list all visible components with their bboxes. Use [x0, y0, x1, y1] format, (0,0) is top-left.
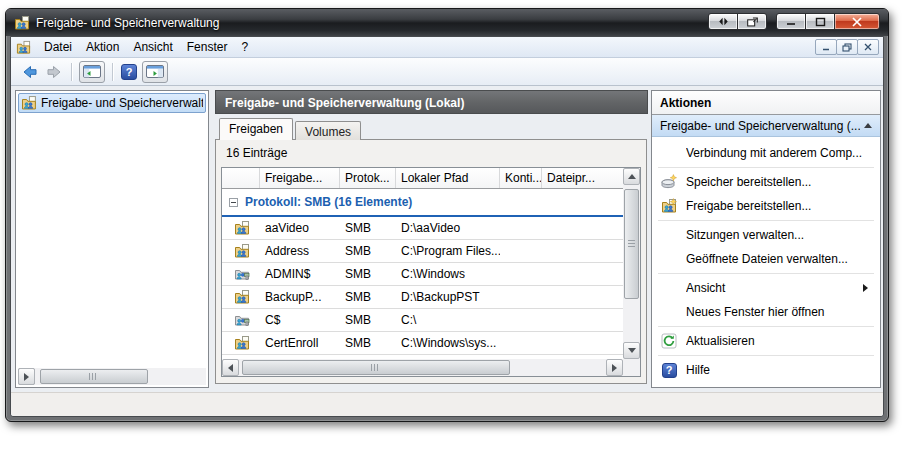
menu-fenster[interactable]: Fenster — [180, 37, 235, 58]
share-provision-icon — [661, 198, 677, 214]
minimize-icon — [786, 17, 796, 26]
titlebar[interactable]: Freigabe- und Speicherverwaltung — [6, 9, 888, 36]
admin-share-icon — [234, 266, 250, 282]
scrollbar-thumb[interactable] — [242, 360, 510, 375]
table-row[interactable]: Address SMB C:\Program Files... — [222, 240, 623, 263]
action-connect-other-computer[interactable]: Verbindung mit anderem Comp... — [652, 141, 880, 165]
minimize-button[interactable] — [776, 13, 806, 30]
tree-item-label: Freigabe- und Speicherverwalt — [41, 96, 203, 110]
entry-count: 16 Einträge — [216, 140, 646, 160]
tab-volumes[interactable]: Volumes — [295, 121, 361, 140]
actions-separator — [658, 355, 874, 356]
menu-help[interactable]: ? — [234, 37, 255, 58]
scrollbar-corner — [623, 359, 640, 376]
submenu-arrow-icon — [863, 284, 868, 292]
shares-list: Freigabe... Protok... Lokaler Pfad Konti… — [221, 167, 641, 377]
column-protokoll[interactable]: Protok... — [340, 168, 396, 188]
actions-separator — [658, 273, 874, 274]
list-vertical-scrollbar[interactable] — [623, 168, 640, 359]
toolbar-separator — [71, 63, 72, 81]
share-folder-icon — [234, 243, 250, 259]
actions-pane-title: Aktionen — [652, 91, 880, 115]
action-new-window[interactable]: Neues Fenster hier öffnen — [652, 300, 880, 324]
child-restore-button[interactable] — [836, 39, 858, 55]
table-row[interactable]: CertEnroll SMB C:\Windows\sys... — [222, 332, 623, 355]
forward-arrow-icon — [45, 64, 63, 80]
console-tree-icon — [83, 64, 101, 79]
action-provision-storage[interactable]: Speicher bereitstellen... — [652, 170, 880, 194]
help-icon: ? — [121, 64, 137, 80]
window-arrows-button[interactable] — [708, 13, 738, 30]
table-row[interactable]: aaVideo SMB D:\aaVideo — [222, 217, 623, 240]
action-manage-open-files[interactable]: Geöffnete Dateien verwalten... — [652, 247, 880, 271]
menu-datei[interactable]: Datei — [37, 37, 79, 58]
child-window-controls — [816, 39, 879, 55]
action-ansicht[interactable]: Ansicht — [652, 276, 880, 300]
actions-separator — [658, 326, 874, 327]
scroll-up-button[interactable] — [623, 168, 640, 185]
status-bar — [11, 392, 883, 416]
menu-aktion[interactable]: Aktion — [79, 37, 126, 58]
column-icon[interactable] — [222, 168, 260, 188]
collapse-arrow-icon[interactable] — [864, 123, 872, 128]
close-button[interactable] — [834, 13, 880, 30]
menu-ansicht[interactable]: Ansicht — [126, 37, 179, 58]
scroll-down-button[interactable] — [623, 342, 640, 359]
close-icon — [864, 43, 872, 51]
scroll-left-button[interactable] — [222, 359, 239, 376]
scroll-right-button[interactable] — [606, 359, 623, 376]
window-popout-icon — [745, 15, 760, 29]
column-headers: Freigabe... Protok... Lokaler Pfad Konti… — [222, 168, 640, 189]
caption-buttons — [699, 13, 880, 30]
left-right-arrows-icon — [717, 16, 730, 27]
scrollbar-thumb[interactable] — [40, 369, 148, 384]
action-manage-sessions[interactable]: Sitzungen verwalten... — [652, 223, 880, 247]
table-row[interactable]: ADMIN$ SMB C:\Windows — [222, 263, 623, 286]
help-button[interactable]: ? — [121, 64, 137, 80]
tab-freigaben[interactable]: Freigaben — [219, 118, 293, 140]
scrollbar-thumb[interactable] — [624, 189, 639, 299]
console-tree-pane: Freigabe- und Speicherverwalt — [15, 90, 209, 388]
toolbar-separator — [112, 63, 113, 81]
child-minimize-button[interactable] — [815, 39, 837, 55]
console-icon — [16, 40, 31, 55]
tree-item-share-management[interactable]: Freigabe- und Speicherverwalt — [18, 93, 206, 113]
show-console-tree-button[interactable] — [79, 61, 105, 83]
scroll-right-button[interactable] — [18, 368, 35, 385]
share-folder-icon — [234, 289, 250, 305]
column-kontingent[interactable]: Konti... — [500, 168, 542, 188]
table-row[interactable]: C$ SMB C:\ — [222, 309, 623, 332]
window-content: Datei Aktion Ansicht Fenster ? — [10, 36, 884, 417]
column-lokaler-pfad[interactable]: Lokaler Pfad — [396, 168, 500, 188]
main-area: Freigabe- und Speicherverwalt Freigabe- … — [11, 86, 883, 392]
tree-horizontal-scrollbar[interactable] — [18, 368, 206, 385]
action-provision-share[interactable]: Freigabe bereitstellen... — [652, 194, 880, 218]
group-header-smb[interactable]: Protokoll: SMB (16 Elemente) — [222, 189, 640, 215]
tab-page: 16 Einträge Freigabe... Protok... Lokale… — [215, 139, 647, 384]
share-management-icon — [14, 15, 30, 31]
minimize-icon — [822, 43, 830, 51]
actions-separator — [658, 220, 874, 221]
action-pane-icon — [146, 64, 164, 79]
collapse-icon[interactable] — [229, 198, 238, 207]
column-freigabe[interactable]: Freigabe... — [260, 168, 340, 188]
back-button[interactable] — [21, 64, 39, 80]
table-row[interactable]: BackupP... SMB D:\BackupPST — [222, 286, 623, 309]
menubar: Datei Aktion Ansicht Fenster ? — [11, 37, 883, 58]
list-horizontal-scrollbar[interactable] — [222, 359, 623, 376]
forward-button[interactable] — [45, 64, 63, 80]
help-icon: ? — [662, 363, 677, 378]
actions-section-header[interactable]: Freigabe- und Speicherverwaltung (... — [652, 115, 880, 137]
show-action-pane-button[interactable] — [142, 61, 168, 83]
maximize-button[interactable] — [805, 13, 835, 30]
window-popout-button[interactable] — [737, 13, 767, 30]
action-help[interactable]: ? Hilfe — [652, 358, 880, 382]
admin-share-icon — [234, 312, 250, 328]
tab-strip: Freigaben Volumes — [219, 118, 361, 140]
storage-provision-icon — [661, 174, 677, 190]
actions-pane: Aktionen Freigabe- und Speicherverwaltun… — [651, 90, 881, 388]
desktop: Freigabe- und Speicherverwaltung — [0, 0, 908, 451]
action-refresh[interactable]: Aktualisieren — [652, 329, 880, 353]
child-close-button[interactable] — [857, 39, 879, 55]
refresh-icon — [661, 333, 677, 349]
